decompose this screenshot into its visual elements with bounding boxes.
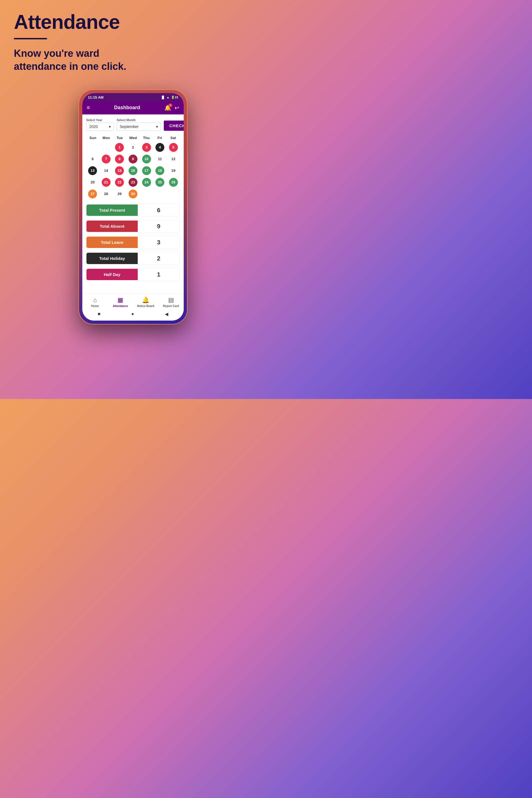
cal-cell-18: 17 [140,166,153,176]
day-header-fri: Fri [153,135,166,141]
attendance-icon: ▦ [117,297,123,304]
cal-num-11[interactable]: 11 [155,155,164,164]
page-header: Attendance Know you're wardattendance in… [0,0,266,79]
cal-cell-5: 4 [153,142,167,153]
cal-num-7[interactable]: 7 [102,155,111,164]
cal-cell-25: 24 [140,177,153,188]
cal-num-21[interactable]: 21 [102,178,111,187]
stat-value-present: 6 [138,204,179,217]
nav-title: Dashboard [114,105,140,111]
month-label: Select Month [117,118,161,122]
page-title: Attendance [14,11,252,33]
check-button[interactable]: CHECK [164,120,184,131]
nav-attendance[interactable]: ▦ Attendance [108,297,133,307]
cal-cell-16: 15 [113,166,126,176]
cal-num-27[interactable]: 27 [88,190,97,198]
cal-num-19[interactable]: 19 [169,166,178,175]
stat-label-halfday: Half Day [87,269,138,280]
stats-section: Total Present 6 Total Absent 9 Total Lea… [86,204,180,281]
month-chevron: ▾ [156,125,158,129]
nav-notice[interactable]: 🔔 Notice Board [133,297,158,307]
cal-num-9[interactable]: 9 [129,155,137,164]
cal-cell-33 [153,189,167,199]
cal-num-5[interactable]: 5 [169,143,178,152]
cal-cell-11: 10 [140,154,153,164]
phone-mockup: 11:15 AM ▐▌ ▲ 🔋23 ≡ Dashboard 🔔 0 ↩ [0,90,266,341]
hamburger-icon[interactable]: ≡ [87,104,90,111]
cal-num-1[interactable]: 1 [115,143,124,152]
cal-num-10[interactable]: 10 [142,155,151,164]
page-subtitle: Know you're wardattendance in one click. [14,47,130,73]
day-header-sat: Sat [167,135,180,141]
home-label: Home [91,305,99,307]
nav-icons: 🔔 0 ↩ [164,104,179,111]
cal-num-15[interactable]: 15 [115,166,124,175]
month-select-group: Select Month September ▾ [117,118,161,131]
year-select-group: Select Year 2020 ▾ [86,118,114,131]
cal-num-28[interactable]: 28 [102,190,111,198]
bottom-nav: ⌂ Home ▦ Attendance 🔔 Notice Board ▤ Rep… [82,293,184,309]
cal-num-13[interactable]: 13 [88,166,97,175]
day-header-tue: Tue [113,135,126,141]
cal-num-26[interactable]: 26 [169,178,178,187]
cal-num-24[interactable]: 24 [142,178,151,187]
stat-total-holiday: Total Holiday 2 [86,252,180,265]
nav-report[interactable]: ▤ Report Card [158,297,184,307]
calendar-body: 1234567891011121314151617181920212223242… [86,142,180,199]
cal-cell-21: 20 [86,177,99,188]
cal-num-3[interactable]: 3 [142,143,151,152]
cal-num-20[interactable]: 20 [88,178,97,187]
cal-num-6[interactable]: 6 [88,155,97,164]
cal-num-2[interactable]: 2 [129,143,137,152]
month-select[interactable]: September ▾ [117,122,161,131]
cal-num-8[interactable]: 8 [115,155,124,164]
cal-num-12[interactable]: 12 [169,155,178,164]
stat-label-absent: Total Absent [87,221,138,232]
home-icon: ⌂ [93,297,97,304]
cal-cell-15: 14 [100,166,113,176]
cal-cell-17: 16 [127,166,140,176]
cal-cell-19: 18 [153,166,167,176]
cal-cell-24: 23 [127,177,140,188]
cal-cell-1 [100,142,113,153]
cal-num-29[interactable]: 29 [115,190,124,198]
cal-cell-32 [140,189,153,199]
cal-cell-2: 1 [113,142,126,153]
nav-home[interactable]: ⌂ Home [82,297,108,307]
stat-label-leave: Total Leave [87,236,138,248]
stat-value-absent: 9 [138,220,179,233]
stat-value-halfday: 1 [138,268,179,281]
cal-num-14[interactable]: 14 [102,166,111,175]
cal-num-17[interactable]: 17 [142,166,151,175]
stat-total-present: Total Present 6 [86,204,180,217]
android-circle[interactable]: ● [131,311,134,317]
cal-num-25[interactable]: 25 [155,178,164,187]
main-content: Select Year 2020 ▾ Select Month Septembe… [82,114,184,293]
notice-label: Notice Board [137,305,154,307]
cal-num-22[interactable]: 22 [115,178,124,187]
cal-num-16[interactable]: 16 [129,166,137,175]
stat-total-absent: Total Absent 9 [86,220,180,233]
cal-cell-4: 3 [140,142,153,153]
notice-icon: 🔔 [142,297,149,304]
cal-num-30[interactable]: 30 [129,190,137,198]
cal-num-18[interactable]: 18 [155,166,164,175]
notification-button[interactable]: 🔔 0 [164,104,171,111]
stat-value-holiday: 2 [138,252,179,265]
cal-cell-28: 27 [86,189,99,199]
cal-cell-9: 8 [113,154,126,164]
logout-button[interactable]: ↩ [174,104,179,111]
cal-cell-6: 5 [167,142,180,153]
calendar: Sun Mon Tue Wed Thu Fri Sat 123456789101… [86,135,180,199]
android-square[interactable]: ■ [98,311,100,317]
year-select[interactable]: 2020 ▾ [86,122,114,131]
android-back[interactable]: ◀ [165,311,168,317]
report-icon: ▤ [168,297,174,304]
cal-cell-20: 19 [167,166,180,176]
cal-num-23[interactable]: 23 [129,178,137,187]
stat-value-leave: 3 [138,236,179,249]
cal-num-4[interactable]: 4 [155,143,164,152]
stat-label-holiday: Total Holiday [87,253,138,264]
cal-cell-13: 12 [167,154,180,164]
cal-cell-29: 28 [100,189,113,199]
